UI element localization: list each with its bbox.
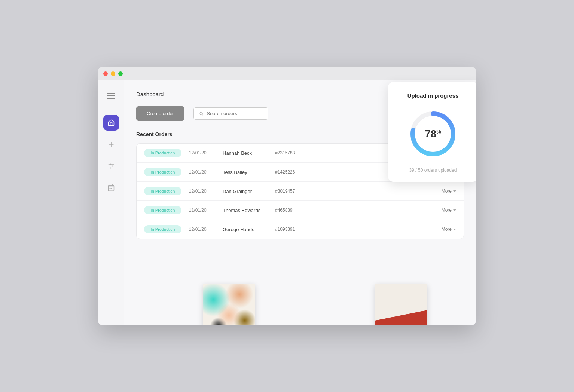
svg-rect-5 xyxy=(111,188,112,189)
order-name: Thomas Edwards xyxy=(223,208,268,213)
order-name: Geroge Hands xyxy=(223,227,268,232)
more-label: More xyxy=(442,208,452,213)
svg-point-6 xyxy=(200,112,202,114)
order-date: 12/01/20 xyxy=(189,227,215,232)
svg-rect-4 xyxy=(109,188,110,189)
more-label: More xyxy=(442,189,452,194)
chevron-down-icon xyxy=(453,229,456,230)
progress-label: 39 / 50 orders uploaded xyxy=(409,168,457,173)
progress-value: 78% xyxy=(425,128,441,140)
order-id: #3019457 xyxy=(275,189,434,194)
calendar-icon xyxy=(107,184,115,192)
order-name: Tess Bailey xyxy=(223,169,268,175)
chevron-down-icon xyxy=(453,209,456,211)
progress-ring: 78% xyxy=(407,108,459,160)
order-id: #465889 xyxy=(275,208,434,213)
hamburger-icon xyxy=(107,93,115,99)
title-bar xyxy=(98,67,476,80)
order-name: Dan Grainger xyxy=(223,189,268,194)
more-button[interactable]: More xyxy=(442,208,456,213)
order-date: 12/01/20 xyxy=(189,150,215,156)
sidebar-item-settings[interactable] xyxy=(103,158,119,174)
create-order-button[interactable]: Create order xyxy=(136,106,184,121)
plus-icon xyxy=(107,141,115,148)
status-badge: In Production xyxy=(144,168,181,176)
status-badge: In Production xyxy=(144,225,181,233)
sidebar-item-calendar[interactable] xyxy=(103,180,119,196)
sidebar xyxy=(98,80,124,325)
order-date: 12/01/20 xyxy=(189,169,215,175)
sidebar-item-menu[interactable] xyxy=(103,88,119,104)
sidebar-nav xyxy=(103,115,119,196)
maximize-button[interactable] xyxy=(118,71,123,76)
status-badge: In Production xyxy=(144,206,181,214)
upload-title: Upload in progress xyxy=(407,92,459,99)
search-box xyxy=(193,107,268,120)
home-icon xyxy=(107,119,115,126)
svg-rect-3 xyxy=(108,185,114,191)
search-icon xyxy=(199,111,204,116)
table-row: In Production 11/01/20 Thomas Edwards #4… xyxy=(137,201,464,220)
sidebar-item-add[interactable] xyxy=(103,137,119,152)
more-button[interactable]: More xyxy=(442,227,456,232)
chevron-down-icon xyxy=(453,190,456,192)
search-input[interactable] xyxy=(207,111,263,116)
svg-point-0 xyxy=(109,163,110,165)
order-name: Hannah Beck xyxy=(223,150,268,156)
minimize-button[interactable] xyxy=(111,71,115,76)
upload-progress-card: Upload in progress 78% 39 / 50 orders u xyxy=(388,82,476,182)
table-row: In Production 12/01/20 Geroge Hands #109… xyxy=(137,220,464,239)
sidebar-item-home[interactable] xyxy=(103,115,119,131)
status-badge: In Production xyxy=(144,149,181,157)
order-id: #1093891 xyxy=(275,227,434,232)
svg-point-2 xyxy=(109,167,110,168)
more-button[interactable]: More xyxy=(442,189,456,194)
close-button[interactable] xyxy=(103,71,108,76)
thumbnail-minimal xyxy=(375,284,427,325)
order-date: 12/01/20 xyxy=(189,189,215,194)
order-date: 11/01/20 xyxy=(189,208,215,213)
minimal-image xyxy=(375,284,427,325)
browser-window: Dashboard Create order Recent Orders In … xyxy=(98,67,476,325)
svg-point-1 xyxy=(111,165,112,166)
thumbnail-pattern xyxy=(203,284,255,325)
status-badge: In Production xyxy=(144,187,181,195)
sliders-icon xyxy=(107,162,115,170)
table-row: In Production 12/01/20 Dan Grainger #301… xyxy=(137,182,464,201)
pattern-image xyxy=(203,284,255,325)
more-label: More xyxy=(442,227,452,232)
